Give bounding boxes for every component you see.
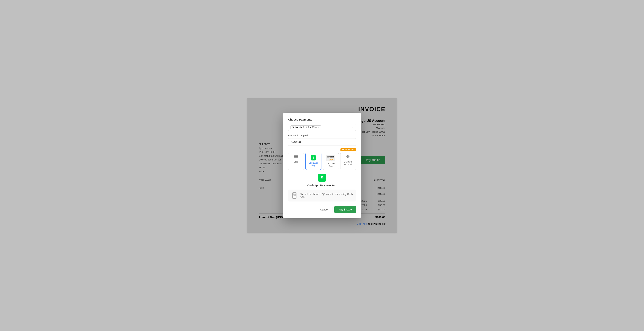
bank-label: US bank account [342,160,354,166]
payment-method-bank[interactable]: 🏛 US bank account [340,153,356,170]
svg-rect-1 [294,156,298,157]
qr-code-icon [291,192,298,199]
bank-icon: 🏛 [346,155,350,159]
pay-button[interactable]: Pay $30.00 [334,206,356,213]
cancel-button[interactable]: Cancel [316,206,333,213]
cashapp-small-icon: $ [311,155,316,160]
schedule-dropdown-left: Schedule 1 of 3 – 30% ✕ [290,125,321,129]
payment-modal: Choose Payments Schedule 1 of 3 – 30% ✕ … [283,113,361,218]
payment-method-cashapp[interactable]: $ Cash App Pay [306,153,322,170]
schedule-tag-close[interactable]: ✕ [318,126,320,129]
invoice-page: INVOICE Sagu US Account 2022022021 Test … [248,98,396,233]
schedule-tag-text: Schedule 1 of 3 – 30% [292,126,316,129]
schedule-tag: Schedule 1 of 3 – 30% ✕ [290,125,321,129]
amazonpay-label: Amazon Pay [324,162,337,168]
cashapp-label: Cash App Pay [307,162,320,167]
qr-info-box: You will be shown a QR code to scan usin… [288,190,356,201]
payment-method-amazonpay[interactable]: amazonpay Amazon Pay [323,153,339,170]
payment-selected-text: Cash App Pay selected. [307,184,337,187]
payment-methods: Card $ Cash App Pay amazonpay Amazon Pay… [288,153,356,170]
dropdown-arrow-icon: ▾ [352,126,354,129]
test-mode-badge: TEST MODE [340,148,356,151]
test-mode-bar: TEST MODE [288,148,356,151]
schedule-dropdown[interactable]: Schedule 1 of 3 – 30% ✕ ▾ [288,124,356,131]
cashapp-big-icon: $ [318,174,326,182]
card-label: Card [294,160,298,163]
modal-title: Choose Payments [288,118,356,121]
modal-footer: Cancel Pay $30.00 [288,206,356,213]
payment-selected-section: $ Cash App Pay selected. You will be sho… [288,174,356,201]
amazonpay-icon: amazonpay [326,155,335,161]
svg-rect-7 [294,198,295,198]
card-icon [294,155,298,159]
svg-rect-2 [292,193,296,199]
modal-overlay: Choose Payments Schedule 1 of 3 – 30% ✕ … [248,98,396,233]
amount-label: Amount to be paid [288,134,356,137]
qr-info-text: You will be shown a QR code to scan usin… [300,193,353,198]
amount-input[interactable]: $ 30.00 [288,138,356,146]
payment-method-card[interactable]: Card [288,153,304,170]
